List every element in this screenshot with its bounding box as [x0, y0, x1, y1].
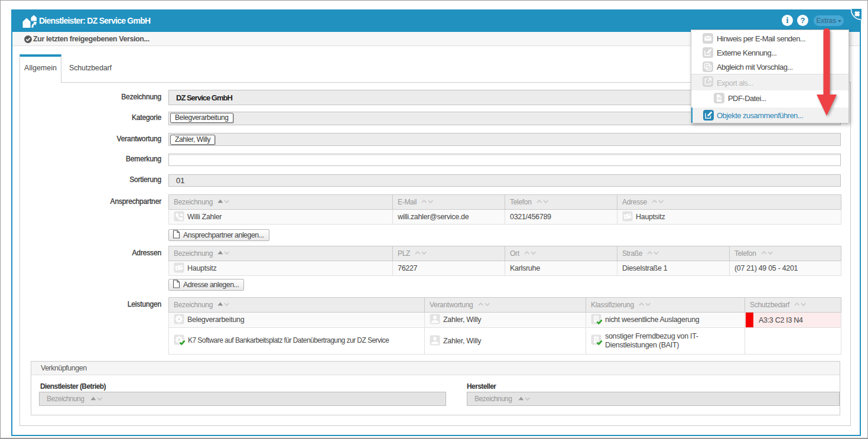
svg-text:PDF: PDF	[717, 97, 724, 100]
